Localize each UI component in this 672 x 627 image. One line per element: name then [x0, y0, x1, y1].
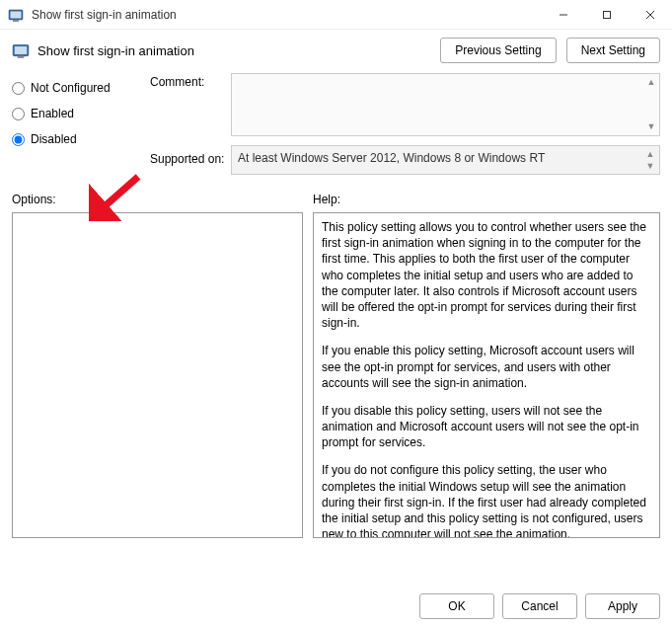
radio-label-disabled[interactable]: Disabled: [31, 132, 77, 146]
apply-button[interactable]: Apply: [585, 593, 660, 619]
radio-input-not-configured[interactable]: [12, 82, 25, 95]
previous-setting-button[interactable]: Previous Setting: [440, 38, 556, 63]
svg-rect-1: [11, 11, 22, 18]
maximize-button[interactable]: [585, 0, 629, 30]
help-paragraph: If you do not configure this policy sett…: [322, 462, 651, 538]
radio-not-configured[interactable]: Not Configured: [12, 75, 150, 101]
close-button[interactable]: [629, 0, 672, 30]
help-label: Help:: [313, 193, 660, 206]
radio-input-disabled[interactable]: [12, 133, 25, 146]
footer-buttons: OK Cancel Apply: [419, 593, 660, 619]
options-panel: Options:: [12, 193, 303, 538]
help-paragraph: If you disable this policy setting, user…: [322, 403, 651, 451]
header-row: Show first sign-in animation Previous Se…: [12, 38, 660, 63]
radio-label-enabled[interactable]: Enabled: [31, 107, 74, 120]
help-paragraph: This policy setting allows you to contro…: [322, 219, 651, 331]
scroll-up-icon[interactable]: ▲: [644, 75, 658, 89]
help-paragraph: If you enable this policy setting, Micro…: [322, 343, 651, 391]
scroll-down-icon[interactable]: ▼: [643, 159, 657, 173]
config-area: Not Configured Enabled Disabled Comment:…: [12, 73, 660, 175]
cancel-button[interactable]: Cancel: [502, 593, 577, 619]
radio-label-not-configured[interactable]: Not Configured: [31, 81, 111, 95]
setting-name: Show first sign-in animation: [37, 43, 194, 58]
content-area: Show first sign-in animation Previous Se…: [0, 30, 672, 175]
svg-rect-8: [15, 46, 27, 54]
field-labels: Comment: Supported on:: [150, 73, 231, 175]
minimize-button[interactable]: [542, 0, 585, 30]
radio-disabled[interactable]: Disabled: [12, 126, 150, 152]
ok-button[interactable]: OK: [419, 593, 494, 619]
titlebar: Show first sign-in animation: [0, 0, 672, 30]
window-title: Show first sign-in animation: [32, 8, 177, 22]
policy-icon: [8, 7, 24, 23]
supported-on-label: Supported on:: [150, 152, 231, 166]
supported-on-box: At least Windows Server 2012, Windows 8 …: [231, 145, 660, 175]
field-values: ▲ ▼ At least Windows Server 2012, Window…: [231, 73, 660, 175]
svg-rect-4: [604, 11, 611, 18]
help-panel: Help: This policy setting allows you to …: [313, 193, 660, 538]
state-radio-group: Not Configured Enabled Disabled: [12, 73, 150, 175]
options-label: Options:: [12, 193, 303, 206]
comment-textarea[interactable]: [231, 73, 660, 136]
options-box: [12, 212, 303, 538]
next-setting-button[interactable]: Next Setting: [566, 38, 660, 63]
policy-icon: [12, 41, 30, 59]
help-box: This policy setting allows you to contro…: [313, 212, 660, 538]
radio-input-enabled[interactable]: [12, 108, 25, 120]
supported-on-value: At least Windows Server 2012, Windows 8 …: [238, 151, 545, 165]
svg-rect-9: [18, 56, 25, 58]
comment-label: Comment:: [150, 75, 231, 144]
scroll-down-icon[interactable]: ▼: [644, 119, 658, 133]
lower-panels: Options: Help: This policy setting allow…: [0, 193, 672, 538]
radio-enabled[interactable]: Enabled: [12, 101, 150, 126]
svg-rect-2: [13, 20, 19, 22]
